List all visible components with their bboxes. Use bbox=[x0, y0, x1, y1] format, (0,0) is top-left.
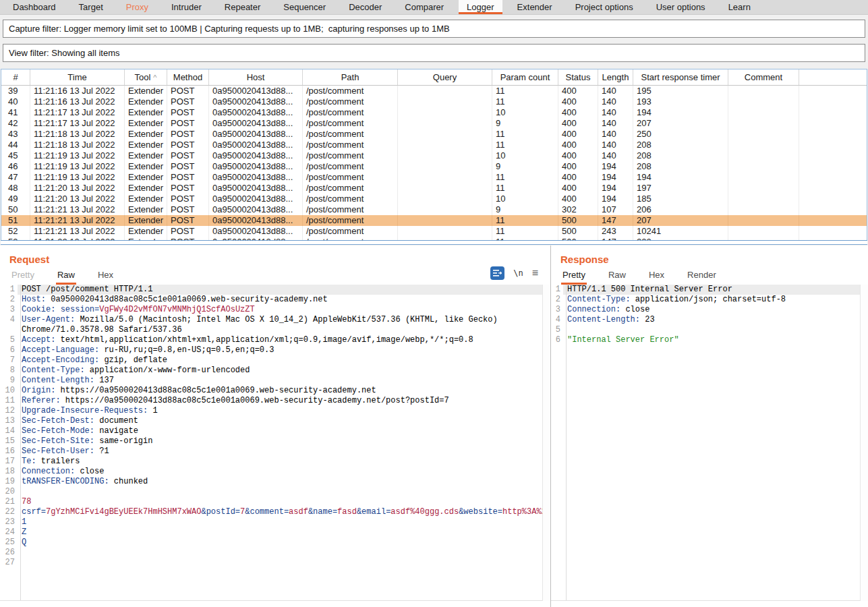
cell-num: 47 bbox=[1, 172, 30, 183]
cell-filler bbox=[799, 140, 867, 150]
table-row[interactable]: 5111:21:21 13 Jul 2022ExtenderPOST0a9500… bbox=[1, 215, 867, 226]
tab-proxy[interactable]: Proxy bbox=[118, 0, 156, 14]
cell-comment bbox=[728, 194, 799, 204]
cell-params: 11 bbox=[492, 183, 558, 194]
cell-host: 0a9500020413d88... bbox=[209, 118, 303, 129]
tab-repeater[interactable]: Repeater bbox=[216, 0, 268, 14]
line-number: 20 bbox=[0, 487, 18, 497]
cell-status: 400 bbox=[558, 172, 598, 183]
tab-user-options[interactable]: User options bbox=[648, 0, 714, 14]
tab-target[interactable]: Target bbox=[71, 0, 111, 14]
newline-characters-toggle[interactable]: \n bbox=[513, 268, 523, 278]
editor-menu-icon[interactable]: ≡ bbox=[532, 268, 538, 279]
request-tab-raw[interactable]: Raw bbox=[56, 268, 76, 285]
table-row[interactable]: 4311:21:18 13 Jul 2022ExtenderPOST0a9500… bbox=[1, 129, 867, 140]
column-header-comment[interactable]: Comment bbox=[728, 69, 799, 85]
tab-decoder[interactable]: Decoder bbox=[341, 0, 390, 14]
column-header-tool[interactable]: Tool^ bbox=[125, 69, 167, 85]
code-segment: session bbox=[61, 305, 94, 314]
column-header-query[interactable]: Query bbox=[398, 69, 492, 85]
prettify-button[interactable] bbox=[490, 266, 504, 280]
code-segment: &comment= bbox=[245, 507, 289, 517]
request-editor[interactable]: 1POST /post/comment HTTP/1.12Host: 0a950… bbox=[0, 285, 542, 601]
code-segment: Accept: bbox=[22, 335, 55, 345]
request-line-content: csrf=7gYzhMCiFvi4gBEyUEEk7HmHSHM7xWAO&po… bbox=[18, 507, 542, 517]
request-line: 24Z bbox=[0, 527, 542, 538]
response-line: 2Content-Type: application/json; charset… bbox=[551, 295, 860, 305]
table-row[interactable]: 4511:21:19 13 Jul 2022ExtenderPOST0a9500… bbox=[1, 150, 867, 161]
code-segment: &postId= bbox=[201, 507, 240, 517]
request-scrollbar[interactable] bbox=[542, 285, 550, 601]
cell-status: 500 bbox=[558, 215, 598, 226]
cell-time: 11:21:21 13 Jul 2022 bbox=[30, 226, 125, 237]
column-label: Param count bbox=[500, 72, 550, 82]
response-tab-pretty[interactable]: Pretty bbox=[561, 268, 587, 285]
table-row[interactable]: 4811:21:20 13 Jul 2022ExtenderPOST0a9500… bbox=[1, 183, 867, 194]
table-row[interactable]: 4011:21:16 13 Jul 2022ExtenderPOST0a9500… bbox=[1, 96, 867, 107]
cell-params: 11 bbox=[492, 172, 558, 183]
cell-status: 400 bbox=[558, 161, 598, 172]
view-filter-text: View filter: Showing all items bbox=[9, 48, 120, 58]
tab-project-options[interactable]: Project options bbox=[567, 0, 641, 14]
cell-filler bbox=[799, 172, 867, 183]
tab-dashboard[interactable]: Dashboard bbox=[5, 0, 64, 14]
tab-learn[interactable]: Learn bbox=[720, 0, 759, 14]
tab-intruder[interactable]: Intruder bbox=[163, 0, 210, 14]
response-tab-hex[interactable]: Hex bbox=[647, 268, 666, 285]
capture-filter-bar[interactable]: Capture filter: Logger memory limit set … bbox=[3, 20, 865, 38]
column-header--[interactable]: # bbox=[1, 69, 30, 85]
code-segment: 1 bbox=[22, 517, 26, 527]
table-row[interactable]: 4911:21:20 13 Jul 2022ExtenderPOST0a9500… bbox=[1, 194, 867, 204]
request-line: 5Accept: text/html,application/xhtml+xml… bbox=[0, 335, 542, 345]
table-row[interactable]: 4611:21:19 13 Jul 2022ExtenderPOST0a9500… bbox=[1, 161, 867, 172]
code-segment: Te: bbox=[22, 457, 36, 466]
cell-filler bbox=[799, 86, 867, 96]
column-header-method[interactable]: Method bbox=[167, 69, 209, 85]
cell-path: /post/comment bbox=[303, 172, 398, 183]
request-line-content: 78 bbox=[18, 497, 542, 507]
tab-extender[interactable]: Extender bbox=[509, 0, 560, 14]
tab-comparer[interactable]: Comparer bbox=[397, 0, 452, 14]
table-row[interactable]: 4711:21:19 13 Jul 2022ExtenderPOST0a9500… bbox=[1, 172, 867, 183]
request-line: 26 bbox=[0, 548, 542, 558]
cell-length: 194 bbox=[598, 172, 633, 183]
table-row[interactable]: 5011:21:21 13 Jul 2022ExtenderPOST0a9500… bbox=[1, 204, 867, 215]
response-tab-raw[interactable]: Raw bbox=[607, 268, 627, 285]
response-line-content: Content-Type: application/json; charset=… bbox=[563, 295, 860, 305]
cell-length: 194 bbox=[598, 194, 633, 204]
request-line-content: Sec-Fetch-Dest: document bbox=[18, 416, 542, 426]
table-row[interactable]: 4211:21:17 13 Jul 2022ExtenderPOST0a9500… bbox=[1, 118, 867, 129]
column-header-start-response-timer[interactable]: Start response timer bbox=[633, 69, 728, 85]
column-header-time[interactable]: Time bbox=[30, 69, 125, 85]
table-row[interactable]: 4411:21:18 13 Jul 2022ExtenderPOST0a9500… bbox=[1, 140, 867, 150]
request-line: 27 bbox=[0, 558, 542, 568]
tab-logger[interactable]: Logger bbox=[459, 0, 502, 14]
code-segment: Content-Length: bbox=[22, 376, 94, 385]
capture-filter-text: Capture filter: Logger memory limit set … bbox=[9, 24, 450, 34]
cell-time: 11:21:20 13 Jul 2022 bbox=[30, 183, 125, 194]
cell-method: POST bbox=[167, 215, 209, 226]
response-line: 5 bbox=[551, 325, 860, 335]
tab-sequencer[interactable]: Sequencer bbox=[275, 0, 334, 14]
column-header-path[interactable]: Path bbox=[303, 69, 398, 85]
response-scrollbar[interactable] bbox=[860, 285, 868, 601]
table-row[interactable]: 3911:21:16 13 Jul 2022ExtenderPOST0a9500… bbox=[1, 86, 867, 96]
response-editor[interactable]: 1HTTP/1.1 500 Internal Server Error2Cont… bbox=[551, 285, 860, 601]
table-horizontal-scrollbar[interactable] bbox=[1, 240, 867, 245]
table-row[interactable]: 5211:21:21 13 Jul 2022ExtenderPOST0a9500… bbox=[1, 226, 867, 237]
request-tab-pretty[interactable]: Pretty bbox=[10, 268, 36, 285]
table-row[interactable]: 4111:21:17 13 Jul 2022ExtenderPOST0a9500… bbox=[1, 107, 867, 118]
request-line: 3Cookie: session=VgFWy4D2vMfON7vMNMhjQ1S… bbox=[0, 305, 542, 315]
response-tab-render[interactable]: Render bbox=[686, 268, 718, 285]
column-header-param-count[interactable]: Param count bbox=[492, 69, 558, 85]
request-tab-hex[interactable]: Hex bbox=[96, 268, 115, 285]
cell-status: 400 bbox=[558, 150, 598, 161]
column-header-length[interactable]: Length bbox=[598, 69, 633, 85]
cell-host: 0a9500020413d88... bbox=[209, 172, 303, 183]
view-filter-bar[interactable]: View filter: Showing all items bbox=[3, 44, 865, 62]
column-header-host[interactable]: Host bbox=[209, 69, 303, 85]
cell-status: 400 bbox=[558, 96, 598, 107]
column-header-status[interactable]: Status bbox=[558, 69, 598, 85]
line-number: 6 bbox=[551, 335, 563, 345]
cell-num: 43 bbox=[1, 129, 30, 140]
